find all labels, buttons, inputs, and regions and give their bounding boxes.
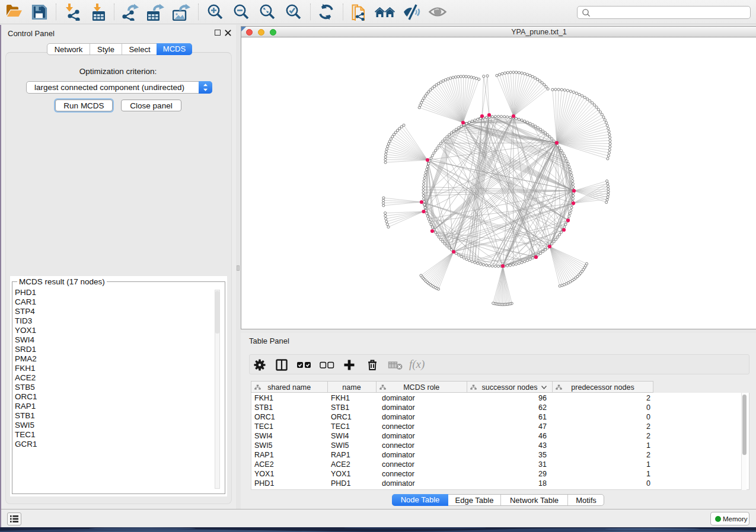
- svg-text:f(x): f(x): [409, 358, 425, 371]
